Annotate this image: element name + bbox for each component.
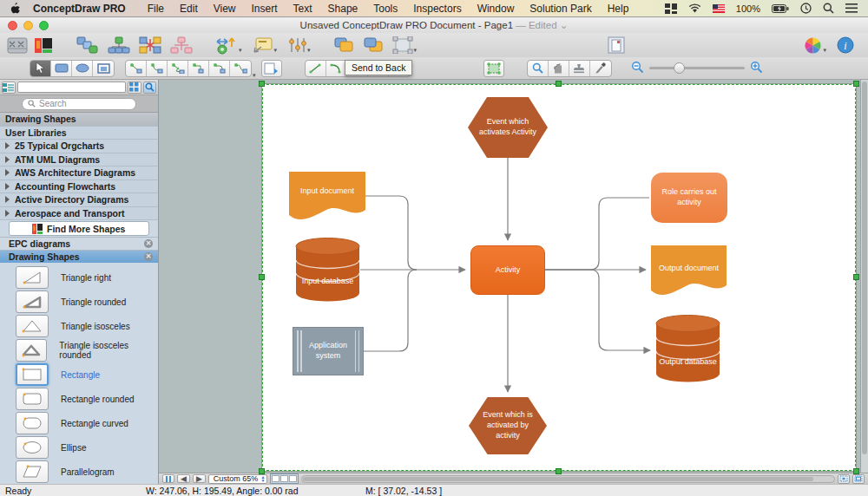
disclosure-triangle-icon[interactable] (5, 169, 10, 176)
library-manager-icon[interactable] (7, 36, 28, 54)
chain-diagram-icon[interactable] (76, 36, 99, 54)
close-icon[interactable]: ✕ (144, 252, 153, 261)
selection-handle[interactable] (853, 81, 859, 87)
grid-view-icon[interactable] (128, 82, 141, 94)
disclosure-triangle-icon[interactable] (5, 196, 10, 203)
ellipse-tool[interactable] (72, 61, 93, 76)
zoom-out-icon[interactable] (631, 61, 644, 75)
triangle-isosceles-rounded-icon[interactable] (16, 339, 47, 362)
epc-node-output-document[interactable]: Output document (651, 245, 727, 297)
triangle-isosceles-icon[interactable] (16, 315, 49, 337)
disclosure-triangle-icon[interactable] (5, 183, 10, 190)
bring-front-icon[interactable] (333, 36, 356, 54)
page-tab[interactable] (272, 475, 279, 482)
library-item-user-libraries[interactable]: User Libraries (0, 127, 158, 140)
shape-item-rectangle[interactable]: Rectangle (0, 362, 158, 387)
zoom-slider-knob[interactable] (674, 62, 685, 74)
shape-item-rectangle-curved[interactable]: Rectangle curved (0, 411, 158, 435)
library-item-aerospace[interactable]: Aerospace and Transport (0, 207, 158, 221)
select-tool[interactable] (30, 61, 51, 76)
tree-diagram-icon[interactable] (108, 36, 130, 54)
vertical-scrollbar[interactable] (860, 80, 868, 473)
selection-handle[interactable] (853, 274, 859, 280)
notification-center-icon[interactable] (845, 3, 858, 13)
triangle-rounded-icon[interactable] (16, 290, 49, 313)
library-item-drawing-shapes[interactable]: Drawing Shapes (0, 113, 158, 127)
page-tab[interactable] (280, 475, 288, 482)
library-item-active-directory[interactable]: Active Directory Diagrams (0, 193, 158, 207)
org-diagram-icon[interactable] (170, 36, 193, 54)
relations-diagram-icon[interactable] (139, 36, 161, 54)
disclosure-triangle-icon[interactable] (5, 156, 10, 163)
library-filter-input[interactable] (17, 82, 126, 93)
spotlight-icon[interactable] (823, 3, 834, 14)
selection-handle[interactable] (556, 468, 562, 474)
line-tool[interactable] (306, 61, 326, 76)
battery-icon[interactable] (772, 4, 789, 13)
rectangle-curved-icon[interactable] (16, 412, 49, 434)
rectangle-tool[interactable] (51, 61, 72, 76)
previous-page-button[interactable]: ◀ (177, 474, 190, 483)
library-tab-drawing-shapes[interactable]: Drawing Shapes ✕ (0, 250, 158, 263)
arc-tool[interactable] (326, 61, 347, 76)
rectangle-icon[interactable] (16, 363, 49, 386)
ellipse-icon[interactable] (16, 436, 49, 459)
parallelogram-icon[interactable] (16, 460, 49, 483)
arc-connector-tool[interactable] (147, 61, 168, 76)
wifi-icon[interactable] (688, 3, 701, 13)
shape-item-triangle-isosceles[interactable]: Triangle isosceles (0, 314, 158, 338)
color-wheel-icon[interactable]: ▾ (804, 36, 826, 54)
next-page-button[interactable]: ▶ (193, 474, 206, 483)
slide-icon[interactable]: ▾ (253, 36, 278, 54)
zoom-stepper-icon[interactable]: ▲▼ (260, 475, 265, 482)
sidebar-search-icon[interactable] (143, 82, 157, 94)
menu-text[interactable]: Text (286, 3, 320, 15)
menu-help[interactable]: Help (600, 3, 637, 15)
epc-node-output-database[interactable]: Output database (655, 315, 720, 384)
disclosure-triangle-icon[interactable] (5, 210, 10, 217)
epc-node-input-document[interactable]: Input document (289, 172, 365, 222)
epc-node-application-system[interactable]: Application system (293, 327, 364, 375)
zoom-tool[interactable] (528, 61, 549, 76)
selection-handle[interactable] (259, 274, 265, 280)
shape-item-triangle-isosceles-rounded[interactable]: Triangle isosceles rounded (0, 338, 158, 362)
actual-size-icon[interactable] (838, 474, 850, 484)
library-item-atm-uml[interactable]: ATM UML Diagrams (0, 153, 158, 167)
find-more-shapes-button[interactable]: Find More Shapes (9, 221, 149, 236)
library-item-aws[interactable]: AWS Architecture Diagrams (0, 166, 158, 180)
close-icon[interactable]: ✕ (144, 239, 153, 248)
app-menu-title[interactable]: ConceptDraw PRO (33, 3, 126, 15)
menu-file[interactable]: File (140, 3, 172, 15)
color-scheme-icon[interactable] (33, 36, 54, 54)
epc-node-role[interactable]: Role carries out activity (651, 173, 727, 223)
info-icon[interactable]: i (835, 36, 856, 54)
menu-edit[interactable]: Edit (172, 3, 206, 15)
triangle-right-icon[interactable] (16, 266, 49, 289)
shape-item-parallelogram[interactable]: Parallelogram (0, 460, 158, 484)
menu-window[interactable]: Window (470, 3, 523, 15)
selection-handle[interactable] (556, 81, 562, 87)
eyedropper-tool[interactable] (590, 61, 611, 76)
zoom-slider-track[interactable] (649, 67, 745, 69)
library-tab-epc-diagrams[interactable]: EPC diagrams ✕ (0, 237, 158, 250)
connect-shapes-tool[interactable] (261, 60, 282, 77)
direct-connector-tool[interactable] (126, 61, 147, 76)
time-machine-icon[interactable] (800, 3, 812, 14)
shape-item-rectangle-rounded[interactable]: Rectangle rounded (0, 387, 158, 411)
connector-dropdown-caret[interactable]: ▾ (253, 72, 256, 79)
menu-solution-park[interactable]: Solution Park (522, 3, 599, 15)
rectangle-rounded-icon[interactable] (16, 388, 49, 410)
page[interactable]: Event which activates Activity Input doc… (262, 84, 856, 471)
bezier-connector-tool[interactable] (230, 61, 251, 76)
transform-tool[interactable] (483, 60, 504, 77)
menu-inspectors[interactable]: Inspectors (405, 3, 469, 15)
page-list-button[interactable] (162, 474, 174, 483)
frame-tool[interactable] (93, 61, 114, 76)
horizontal-scrollbar[interactable] (301, 475, 835, 483)
epc-node-input-database[interactable]: Input database (295, 238, 360, 303)
vertical-scrollbar-thumb[interactable] (862, 82, 867, 454)
shape-item-triangle-rounded[interactable]: Triangle rounded (0, 290, 158, 314)
zoom-level-select[interactable]: Custom 65% ▲▼ (208, 474, 267, 484)
round-connector-tool[interactable] (209, 61, 230, 76)
library-tree-icon[interactable] (2, 82, 16, 94)
